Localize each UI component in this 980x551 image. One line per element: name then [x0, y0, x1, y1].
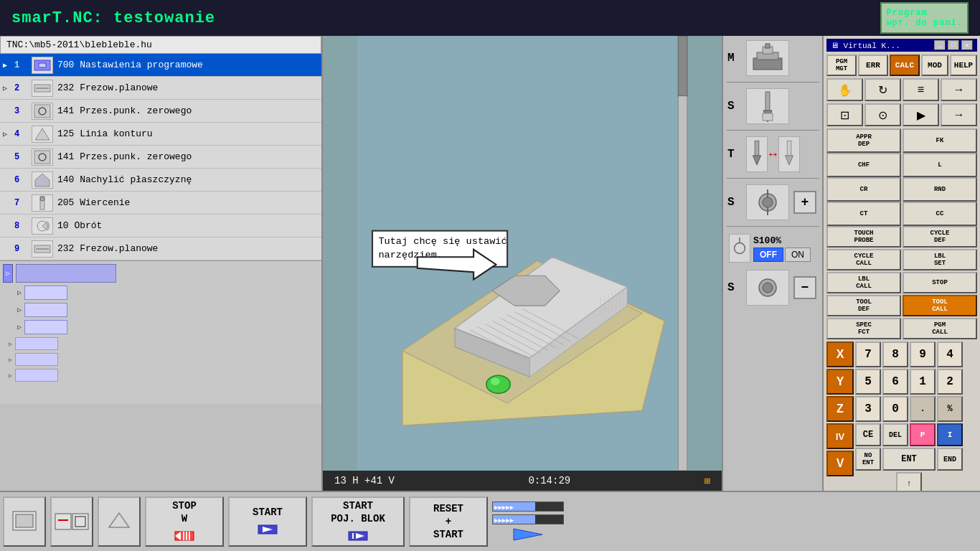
num-5[interactable]: 5	[855, 369, 881, 395]
rotate-icon-button[interactable]: ↻	[864, 78, 901, 101]
item-text-9: 232 Frezow.planowe	[57, 243, 158, 254]
program-item-2[interactable]: ▷ 2 232 Frezow.planowe	[0, 77, 321, 100]
iv-axis-button[interactable]: IV	[826, 423, 854, 449]
program-item-9[interactable]: 9 232 Frezow.planowe	[0, 237, 321, 260]
calc-button[interactable]: CALC	[890, 55, 920, 76]
program-item-8[interactable]: 8 10 Obrót	[0, 215, 321, 237]
item-text-7: 205 Wiercenie	[57, 197, 130, 208]
program-info-line1: Program	[886, 8, 963, 18]
speed-section: S100% OFF ON	[726, 231, 819, 265]
grid-icon-button[interactable]: ≡	[903, 78, 939, 101]
item-text-4: 125 Linia konturu	[57, 128, 153, 139]
lbl-set-button[interactable]: LBLSET	[903, 249, 977, 270]
z-axis-button[interactable]: Z	[826, 396, 854, 422]
start-button[interactable]: START	[228, 496, 307, 547]
s-icon	[746, 88, 789, 124]
program-info-line2: wpr. do pami.	[886, 18, 963, 28]
chf-button[interactable]: CHF	[826, 153, 901, 177]
program-item-7[interactable]: 7 205 Wiercenie	[0, 192, 321, 215]
cc-button[interactable]: CC	[903, 202, 977, 226]
reset-start-button[interactable]: RESET + START	[409, 496, 488, 547]
program-item-1[interactable]: ▶ 1 700 Nastawienia programowe	[0, 54, 321, 77]
right-icon-button[interactable]: ▶	[903, 103, 939, 126]
num-8[interactable]: 8	[882, 342, 908, 367]
y-axis-button[interactable]: Y	[826, 369, 854, 395]
vk-restore[interactable]: □	[948, 40, 959, 50]
speed-display: S100%	[753, 235, 811, 246]
up-arrow-button[interactable]: ↑	[896, 472, 922, 491]
svg-rect-45	[678, 36, 687, 96]
num-9[interactable]: 9	[910, 342, 936, 367]
vk-close[interactable]: ✕	[961, 40, 973, 50]
item-num-9: 9	[14, 244, 29, 254]
p-button[interactable]: P	[910, 423, 936, 446]
t-icon-right	[778, 136, 800, 172]
view-btn-1[interactable]	[3, 496, 46, 547]
ent-button[interactable]: ENT	[882, 448, 936, 471]
view-btn-2[interactable]	[50, 496, 93, 547]
plus-button[interactable]: +	[793, 191, 816, 214]
svg-rect-4	[34, 105, 50, 118]
help-button[interactable]: HELP	[950, 55, 977, 76]
del-button[interactable]: DEL	[882, 423, 908, 446]
cycle-def-button[interactable]: CYCLEDEF	[903, 226, 977, 248]
arrow-right-icon-button[interactable]: →	[941, 78, 977, 101]
svg-point-11	[40, 197, 44, 201]
svg-marker-82	[514, 529, 542, 540]
spec-fct-button[interactable]: SPECFCT	[826, 318, 901, 339]
appr-dep-button[interactable]: APPRDEP	[826, 128, 901, 153]
viewport-canvas[interactable]: Tutaj chcę się ustawić narzędziem.	[323, 36, 722, 471]
square-icon-button[interactable]: ⊡	[826, 103, 863, 126]
start-poj-button[interactable]: START POJ. BLOK	[311, 496, 405, 547]
cycle-call-button[interactable]: CYCLECALL	[826, 249, 901, 270]
stop-w-button[interactable]: STOP W	[145, 496, 224, 547]
rnd-button[interactable]: RND	[903, 177, 977, 202]
pgm-mgt-button[interactable]: PGMMGT	[826, 55, 857, 76]
cr-button[interactable]: CR	[826, 177, 901, 202]
mod-button[interactable]: MOD	[921, 55, 948, 76]
vk-titlebar: 🖥 Virtual K... _ □ ✕	[826, 39, 977, 52]
num-0[interactable]: 0	[882, 396, 908, 422]
tool-def-button[interactable]: TOOLDEF	[826, 295, 901, 316]
touch-probe-button[interactable]: TOUCHPROBE	[826, 226, 901, 248]
percent-button[interactable]: %	[937, 396, 963, 422]
s3-label: S	[727, 281, 742, 294]
program-item-5[interactable]: 5 141 Przes.punk. zerowego	[0, 146, 321, 169]
next-icon-button[interactable]: →	[941, 103, 977, 126]
program-item-4[interactable]: ▷ 4 125 Linia konturu	[0, 123, 321, 146]
tool-call-button[interactable]: TOOLCALL	[903, 295, 977, 316]
s2-icon	[746, 184, 789, 220]
l-button[interactable]: L	[903, 153, 977, 177]
svg-point-38	[486, 375, 510, 393]
dot-button[interactable]: .	[910, 396, 936, 422]
program-item-3[interactable]: 3 141 Przes.punk. zerowego	[0, 100, 321, 123]
num-1[interactable]: 1	[910, 369, 936, 395]
num-7[interactable]: 7	[855, 342, 881, 367]
bottom-toolbar: STOP W START START POJ. BLOK	[0, 491, 980, 551]
no-ent-button[interactable]: NOENT	[855, 448, 881, 471]
program-item-6[interactable]: 6 140 Nachylić płaszczyznę	[0, 169, 321, 192]
num-2[interactable]: 2	[937, 369, 963, 395]
view-btn-3[interactable]	[98, 496, 141, 547]
lbl-call-button[interactable]: LBLCALL	[826, 272, 901, 293]
num-4[interactable]: 4	[937, 342, 963, 367]
pgm-call-button[interactable]: PGMCALL	[903, 318, 977, 339]
num-3[interactable]: 3	[855, 396, 881, 422]
minus-button[interactable]: −	[793, 276, 816, 299]
ct-button[interactable]: CT	[826, 202, 901, 226]
num-6[interactable]: 6	[882, 369, 908, 395]
stop-button[interactable]: STOP	[903, 272, 977, 293]
err-button[interactable]: ERR	[858, 55, 888, 76]
ce-button[interactable]: CE	[855, 423, 881, 446]
i-button[interactable]: I	[937, 423, 963, 446]
x-axis-button[interactable]: X	[826, 342, 854, 367]
target-icon-button[interactable]: ⊙	[864, 103, 901, 126]
vk-minimize[interactable]: _	[934, 40, 946, 50]
item-num-1: 1	[14, 60, 29, 70]
v-axis-button[interactable]: V	[826, 451, 854, 476]
hand-icon-button[interactable]: ✋	[826, 78, 863, 101]
end-button[interactable]: END	[937, 448, 963, 471]
fk-button[interactable]: FK	[903, 128, 977, 153]
off-button[interactable]: OFF	[753, 248, 783, 262]
on-button[interactable]: ON	[785, 248, 811, 262]
